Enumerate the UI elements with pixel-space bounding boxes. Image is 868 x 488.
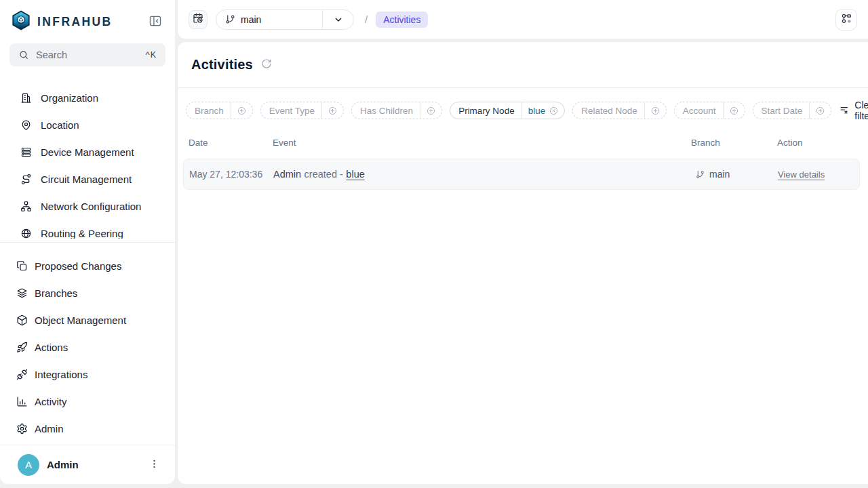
table-header-row: Date Event Branch Action	[183, 129, 860, 155]
filter-chip-event-type[interactable]: Event Type	[260, 102, 344, 119]
search-placeholder: Search	[36, 49, 67, 60]
user-name: Admin	[47, 459, 79, 470]
git-branch-icon	[225, 14, 235, 24]
sidebar-item-label: Object Management	[35, 314, 126, 326]
plus-circle-icon[interactable]	[724, 106, 745, 116]
sidebar-item-proposed-changes[interactable]: Proposed Changes	[0, 252, 175, 279]
plus-circle-icon[interactable]	[645, 106, 666, 116]
user-menu-button[interactable]	[149, 458, 160, 472]
plus-circle-icon[interactable]	[231, 106, 252, 116]
filter-chip-start-date[interactable]: Start Date	[753, 102, 832, 119]
sidebar-item-label: Network Configuration	[41, 201, 141, 212]
refresh-button[interactable]	[261, 58, 272, 71]
column-header-action: Action	[777, 138, 860, 148]
network-icon	[20, 201, 32, 212]
event-target-link[interactable]: blue	[346, 169, 364, 180]
breadcrumb-current[interactable]: Activities	[376, 12, 428, 28]
sidebar: INFRAHUB Search ^K	[0, 0, 175, 484]
filter-chip-has-children[interactable]: Has Children	[351, 102, 442, 119]
filter-chip-label: Branch	[186, 106, 231, 116]
sidebar-item-label: Organization	[41, 92, 98, 104]
filter-chip-label: Related Node	[573, 106, 644, 116]
sidebar-item-network-configuration[interactable]: Network Configuration	[0, 192, 175, 220]
sidebar-item-label: Proposed Changes	[35, 260, 121, 272]
sidebar-item-label: Actions	[35, 342, 68, 353]
cube-icon	[16, 314, 28, 326]
row-branch: main	[692, 169, 778, 180]
plug-icon	[16, 369, 28, 380]
sidebar-item-branches[interactable]: Branches	[0, 279, 175, 306]
sidebar-item-label: Admin	[35, 423, 64, 434]
sidebar-item-routing-peering[interactable]: Routing & Peering	[0, 220, 175, 239]
plus-circle-icon[interactable]	[810, 106, 831, 116]
clear-filters-button[interactable]: Clear filters	[839, 100, 868, 121]
layers-icon	[16, 287, 28, 299]
branch-selector-value: main	[241, 14, 261, 25]
x-circle-icon[interactable]	[547, 106, 564, 116]
table-row[interactable]: May 27, 12:03:36 Admin created - blue ma…	[183, 159, 860, 190]
filter-chip-primary-node[interactable]: Primary Node blue	[450, 102, 565, 119]
filter-bar: Branch Event Type Has Children	[178, 88, 868, 128]
git-branch-icon	[696, 170, 705, 179]
row-event: Admin created - blue	[273, 169, 692, 180]
search-input[interactable]: Search ^K	[9, 43, 165, 66]
row-date: May 27, 12:03:36	[189, 169, 273, 180]
main-column: main / Activities Activi	[178, 0, 868, 484]
sidebar-item-actions[interactable]: Actions	[0, 333, 175, 361]
user-section: A Admin	[0, 445, 175, 484]
content-panel: Activities Branch	[178, 42, 868, 484]
kebab-menu-icon	[149, 458, 160, 472]
topbar: main / Activities	[178, 0, 868, 39]
sidebar-item-location[interactable]: Location	[0, 111, 175, 138]
workflow-graph-icon	[841, 13, 852, 26]
filter-chip-account[interactable]: Account	[674, 102, 745, 119]
panel-left-close-icon	[149, 14, 162, 30]
row-action: View details	[778, 169, 859, 180]
chevron-down-icon[interactable]	[323, 14, 353, 25]
sidebar-item-activity[interactable]: Activity	[0, 388, 175, 415]
row-branch-name: main	[709, 169, 730, 180]
sidebar-item-circuit-management[interactable]: Circuit Management	[0, 165, 175, 192]
filter-chip-related-node[interactable]: Related Node	[572, 102, 667, 119]
brand-logo: INFRAHUB	[11, 10, 113, 33]
filter-chip-label: Event Type	[261, 106, 321, 116]
globe-icon	[20, 228, 32, 239]
app-shell: INFRAHUB Search ^K	[0, 0, 868, 484]
infrahub-hexagon-logo-icon	[11, 10, 31, 33]
search-shortcut: ^K	[146, 50, 157, 60]
workflow-graph-button[interactable]	[835, 9, 857, 30]
sidebar-secondary-nav: Proposed Changes Branches Object Managem…	[0, 243, 175, 442]
branch-selector[interactable]: main	[216, 9, 354, 30]
page-title: Activities	[191, 57, 253, 73]
filter-chip-label: Primary Node	[450, 106, 521, 116]
sidebar-item-object-management[interactable]: Object Management	[0, 306, 175, 333]
server-icon	[20, 146, 32, 158]
sidebar-item-organization[interactable]: Organization	[0, 84, 175, 111]
search-icon	[18, 49, 29, 60]
plus-circle-icon[interactable]	[322, 106, 343, 116]
sidebar-item-admin[interactable]: Admin	[0, 415, 175, 442]
building-icon	[20, 92, 32, 104]
sidebar-primary-nav: Organization Location Device Management	[0, 84, 175, 239]
page-header: Activities	[178, 42, 868, 88]
sidebar-collapse-button[interactable]	[146, 13, 164, 30]
time-travel-button[interactable]	[189, 10, 208, 29]
view-details-link[interactable]: View details	[778, 169, 825, 180]
column-header-event: Event	[273, 138, 691, 148]
sidebar-item-label: Integrations	[35, 369, 87, 380]
sidebar-item-device-management[interactable]: Device Management	[0, 138, 175, 165]
filter-chip-branch[interactable]: Branch	[186, 102, 253, 119]
plus-circle-icon[interactable]	[420, 106, 441, 116]
rocket-icon	[16, 342, 28, 353]
avatar: A	[18, 454, 39, 476]
event-verb: created -	[304, 169, 343, 180]
sidebar-item-integrations[interactable]: Integrations	[0, 361, 175, 388]
gear-icon	[16, 423, 28, 434]
filter-chip-label: Account	[675, 106, 723, 116]
map-pin-icon	[20, 119, 32, 131]
sidebar-item-label: Branches	[35, 287, 77, 299]
column-header-date: Date	[189, 138, 273, 148]
column-header-branch: Branch	[691, 138, 777, 148]
breadcrumb-separator: /	[365, 14, 368, 25]
sidebar-item-label: Routing & Peering	[41, 228, 123, 239]
